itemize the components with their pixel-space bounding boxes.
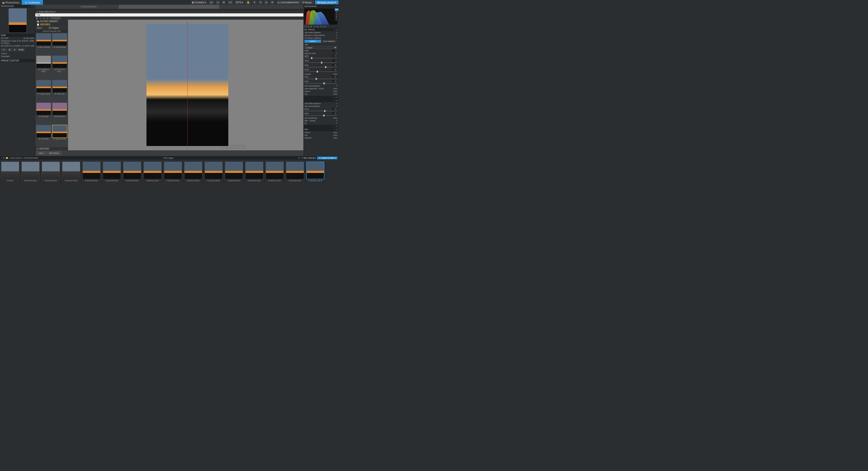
crop-2[interactable]: ropAuto (303, 134, 338, 136)
channel-rgb[interactable]: RGB (335, 8, 338, 11)
preset---super-punch[interactable]: ★ Super Punch (52, 125, 67, 147)
hand-tool-icon[interactable]: ✋ (246, 0, 251, 4)
zoom-dropdown[interactable]: 20 %▾ (235, 0, 244, 4)
back-button[interactable]: Back (35, 27, 44, 29)
preset---lavender[interactable]: ★ Lavender (36, 103, 51, 124)
preview-canvas[interactable]: P1002169_Nik.tif 46.7 MP, ISO 200, DC-S1… (68, 20, 307, 150)
contrast-section[interactable]: ontrastAuto (303, 73, 338, 75)
preset---red-rocks[interactable]: ★ Red Rocks (52, 103, 67, 124)
link-icon[interactable]: ⊘ (264, 0, 269, 4)
preset-editor-header[interactable]: PRESET EDITOR (0, 59, 35, 62)
thumbnail-P1002165.RW2[interactable]: P1002165.RW2 (224, 161, 244, 184)
preset---foliage-bump[interactable]: ★ Foliage Bump (36, 80, 51, 102)
spot-weighted-tab[interactable]: Spot Weighted (321, 40, 338, 43)
smart-lighting[interactable]: xO Smart Lighting? (303, 37, 338, 39)
panel-pin-icon[interactable]: ↔ × (334, 5, 338, 7)
apply-preset-button[interactable]: ▤Apply preset▾ (315, 0, 338, 4)
photolibrary-tab[interactable]: ▦PhotoLibrary (0, 0, 22, 5)
noise-reduction[interactable]: oise reduction - RAWAuto (303, 87, 338, 90)
contrast-slider-2[interactable]: trast16 (303, 80, 338, 83)
thumbnail-P1002164.RW2[interactable]: P1002164.RW2 (204, 161, 224, 184)
thumbnail-P1002157.RW2[interactable]: P1002157.RW2 (61, 161, 81, 184)
side-view-icon[interactable]: ▯▯ (46, 17, 49, 19)
exposure-compensation[interactable]: xposure compensation? (303, 34, 338, 37)
single-view-icon[interactable]: ▭ (39, 17, 41, 19)
navigator-thumbnail[interactable] (8, 8, 27, 33)
sort-icon[interactable]: ↕ (1, 157, 2, 159)
shadows-slider[interactable]: lows26 (303, 64, 338, 66)
history-panel[interactable]: ↻HISTORY (35, 147, 68, 150)
settings-button[interactable]: SETTINGS (47, 151, 61, 155)
timeline-scrub[interactable]: Correction preview (35, 5, 338, 9)
compare-dropdown[interactable]: ◧Compare▾ (191, 0, 207, 4)
preset---soft-mute[interactable]: ★ Soft Mute (36, 125, 51, 147)
filter-library-tab[interactable]: 📚FILTER LIBRARY (35, 20, 68, 23)
highlights-slider[interactable]: ights-73 (303, 55, 338, 57)
customize-tab[interactable]: ☰Customize (22, 0, 43, 5)
preset---contrast-in-b-w[interactable]: ★ Contrast in B&W (36, 56, 51, 79)
essential-tools-header[interactable]: IAL TOOLS (304, 29, 315, 31)
crop-icon[interactable]: ▢ (215, 0, 220, 4)
channel-l[interactable]: L (335, 18, 338, 21)
filter-icon[interactable]: ▼ (3, 157, 5, 159)
saturation-slider[interactable]: ation15 (303, 112, 338, 115)
thumbnail-P1002160.RW2[interactable]: P1002160.RW2 (122, 161, 143, 184)
channel-r[interactable]: R (335, 11, 338, 13)
breadcrumb-folder[interactable]: Costa Calma (9, 157, 21, 159)
contrast-slider-1[interactable]: trast-31 (303, 75, 338, 78)
file-menu[interactable]: File (37, 14, 40, 16)
thumbnail-P1002158.RW2[interactable]: P1002158.RW2 (81, 161, 102, 184)
raw-white-balance-2[interactable]: AW white balance? (303, 102, 338, 105)
crop[interactable]: ropAuto (303, 93, 338, 95)
target-icon[interactable]: ⊕ (8, 48, 12, 51)
eye-icon[interactable]: 👁 (270, 0, 275, 4)
picker-icon[interactable]: ✎ (252, 0, 257, 4)
split-vert-icon[interactable]: ▯▯ (209, 0, 214, 4)
mode-select[interactable]: Custom (305, 46, 337, 49)
geometry-header[interactable]: TRY (304, 128, 308, 131)
preset---even-on-a-clou---[interactable]: ★ Even on a Clou... (52, 56, 67, 79)
panel-left-icon[interactable]: ◧ (36, 17, 38, 19)
thumbnail-54.RW2[interactable]: 54.RW2 (0, 161, 20, 184)
thumbnail-P1002166.RW2[interactable]: P1002166.RW2 (244, 161, 265, 184)
wb-icon[interactable]: ⟲ (258, 0, 263, 4)
thumbnail-P1002161.RW2[interactable]: P1002161.RW2 (143, 161, 163, 184)
color-accentuation-2[interactable]: olor accentuation? (303, 105, 338, 107)
reset-button[interactable]: ⟲Reset (300, 0, 314, 4)
recipes-tab[interactable]: 📋RECIPES (35, 23, 68, 26)
blacks-slider[interactable]: lacks-25 (303, 68, 338, 71)
horizon-2[interactable]: orizonAuto (303, 131, 338, 134)
raw-white-balance[interactable]: AW white balance? (303, 31, 338, 34)
help-button[interactable]: HELP (37, 151, 46, 155)
fit-icon[interactable]: ✥ (221, 0, 226, 4)
horizon[interactable]: orizonAuto (303, 90, 338, 93)
channel-b[interactable]: B (335, 16, 338, 18)
preset---hdr-like[interactable]: ★ HDR Like (52, 80, 67, 102)
compare-handle[interactable] (186, 22, 188, 24)
wand-icon[interactable]: ✦ (13, 48, 17, 51)
refresh-icon[interactable]: ⟳ (298, 157, 300, 159)
thumbnail-P1002156.RW2[interactable]: P1002156.RW2 (41, 161, 61, 184)
a-button[interactable]: - A - (1, 48, 7, 51)
hsl[interactable]: SL? (303, 122, 338, 125)
compare-button[interactable]: Compare (50, 17, 61, 20)
intensity-row[interactable]: nsity0 (303, 49, 338, 52)
selective-tone[interactable]: elective tone? (303, 52, 338, 55)
thumbnail-P1002167.RW2[interactable]: P1002167.RW2 (265, 161, 285, 184)
color-accentuation[interactable]: olor accentuation? (303, 85, 338, 87)
nik-collection-button[interactable]: ●Nik Collection (302, 157, 316, 159)
thumbnail-P1002155.RW2[interactable]: P1002155.RW2 (20, 161, 41, 184)
uniform-tab[interactable]: Uniform (305, 40, 321, 43)
preset---clarity-bump[interactable]: ★ Clarity Bump (52, 33, 67, 55)
distortion[interactable]: istortionAuto (303, 136, 338, 139)
thumbnail-P1002169_Nik.tif[interactable]: P1002169_Nik.tif (305, 161, 326, 184)
split-view-icon[interactable]: ◫ (43, 17, 45, 19)
raw-button[interactable]: RAW (18, 48, 25, 51)
ratio-button[interactable]: 1:1 (227, 0, 233, 4)
preset---blue-monday[interactable]: ★ Blue Monday (36, 33, 51, 55)
thumbnail-P1002159.RW2[interactable]: P1002159.RW2 (102, 161, 122, 184)
style-toning[interactable]: tyle - Toning? (303, 119, 338, 122)
thumbnail-P1002169.RW2[interactable]: P1002169.RW2 (285, 161, 305, 184)
thumbnail-P1002162.RW2[interactable]: P1002162.RW2 (163, 161, 183, 184)
export-to-disk-button[interactable]: ⤓Export to disk▾ (317, 157, 338, 159)
